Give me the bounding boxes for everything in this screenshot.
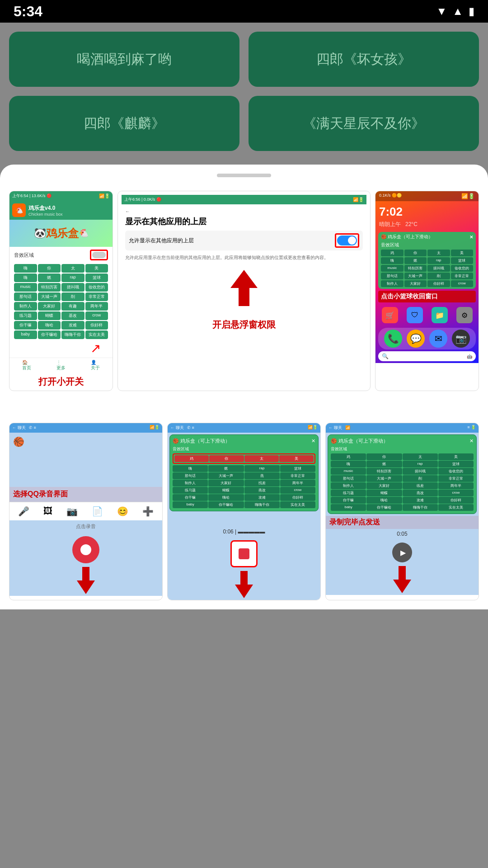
st-22[interactable]: 蝴蝶 [366,490,402,496]
st-15[interactable]: 削 [403,475,438,482]
tag-baby[interactable]: baby [14,330,37,339]
sel-tag-2[interactable]: 你 [209,455,244,462]
w-tag-15[interactable]: 削 [427,273,450,279]
mic-icon[interactable]: 🎤 [18,506,29,517]
home-searchbar[interactable]: 🔍 🤖 [378,351,476,361]
emoji-icon[interactable]: 😊 [117,506,128,517]
w-tag-7[interactable]: rap [427,257,450,264]
ot-20[interactable]: 你好样 [280,494,315,501]
st-21[interactable]: 练习题 [331,490,366,496]
w-tag-1[interactable]: 鸡 [381,250,404,256]
tag-youganna[interactable]: 你干嘛 [14,321,37,330]
ot-13[interactable]: 练习题 [173,487,208,494]
camera-icon[interactable]: 📷 [66,506,78,517]
w-tag-3[interactable]: 太 [427,250,450,256]
app-store-icon[interactable]: 🛒 [382,307,398,323]
ot-14[interactable]: 蝴蝶 [208,487,244,494]
ot-6[interactable]: 大城一声 [208,472,244,479]
tag-jihui[interactable]: 基改 [61,311,84,320]
st-20[interactable]: 两年半 [438,482,474,489]
ot-17[interactable]: 你干嘛 [173,494,208,501]
basketball-float-icon[interactable]: 🏀 [13,436,24,447]
music-btn-2[interactable]: 四郎《坏女孩》 [249,32,479,87]
tag-normal[interactable]: 非常正常 [85,292,108,301]
ot-4[interactable]: 篮球 [280,465,315,472]
chat-icon[interactable]: 💬 [407,330,425,348]
record-button[interactable] [72,536,99,563]
st-16[interactable]: 非常正常 [438,475,474,482]
tag-zaitaimei[interactable]: 实在太美 [85,330,108,339]
photo-icon[interactable]: 🖼 [43,506,52,517]
tag-ni[interactable]: 你 [38,264,61,273]
tag-ran[interactable]: 燃 [38,274,61,282]
recording-float-panel[interactable]: 🏀 鸡乐盒（可上下滑动） ✕ 音效区域 鸡 你 太 美 [169,434,319,511]
st-9[interactable]: music [331,468,366,475]
st-4[interactable]: 美 [438,453,474,460]
cam-icon[interactable]: 📷 [452,330,470,348]
tag-fun[interactable]: 有趣 [61,302,84,311]
tag-mei[interactable]: 美 [85,264,108,273]
tag-hello[interactable]: 大家好 [38,302,61,311]
tag-haiha[interactable]: 嗨哈 [38,321,61,330]
ot-7[interactable]: 燕 [244,472,280,479]
w-tag-9[interactable]: music [381,265,404,272]
ot-5[interactable]: 那句话 [173,472,208,479]
sel-tag-3[interactable]: 太 [244,455,279,462]
w-tag-10[interactable]: 特别历害 [404,265,427,272]
tag-lanqiu[interactable]: 篮球 [85,274,108,282]
toggle-switch[interactable] [92,252,106,258]
w-tag-5[interactable]: 嗨 [381,257,404,264]
w-tag-crow[interactable]: crow [451,280,474,287]
overlay-close[interactable]: ✕ [311,438,315,444]
w-tag-11[interactable]: 搓叫哦 [427,265,450,272]
st-11[interactable]: 搓叫哦 [403,468,438,475]
w-tag-12[interactable]: 妆收您的 [451,265,474,272]
files-icon[interactable]: 📁 [432,307,448,323]
tag-phrase[interactable]: 那句话 [14,292,37,301]
ot-9[interactable]: 制作人 [173,480,208,486]
w-tag-2[interactable]: 你 [404,250,427,256]
sel-tag-1[interactable]: 鸡 [174,455,209,462]
st-13[interactable]: 那句话 [331,475,366,482]
tag-special[interactable]: 特别历害 [38,283,61,292]
st-6[interactable]: 燃 [366,461,402,467]
st-30[interactable]: 嗨嗨干你 [403,504,438,511]
st-19[interactable]: 练差 [403,482,438,489]
sel-tag-4[interactable]: 美 [279,455,314,462]
ot-22[interactable]: 你干嘛哈 [208,501,244,508]
perm-toggle-on[interactable] [337,236,357,245]
st-12[interactable]: 妆收您的 [438,468,474,475]
st-31[interactable]: 实在太美 [438,504,474,511]
ot-3[interactable]: rap [244,465,280,472]
tag-xiao[interactable]: 削 [61,292,84,301]
tag-producer[interactable]: 制作人 [14,302,37,311]
tag-tai[interactable]: 太 [61,264,84,273]
tag-haihai[interactable]: 嗨嗨干你 [61,330,84,339]
tag-practice[interactable]: 练习题 [14,311,37,320]
st-8[interactable]: 篮球 [438,461,474,467]
tag-gongnan[interactable]: 攻难 [61,321,84,330]
w-tag-18[interactable]: 大家好 [404,280,427,287]
st-1[interactable]: 鸡 [331,453,366,460]
ot-21[interactable]: baby [173,501,208,508]
ot-16[interactable]: crow [280,487,315,494]
ot-24[interactable]: 实在太美 [280,501,315,508]
st-25[interactable]: 嗨哈 [366,497,402,504]
music-btn-4[interactable]: 《满天星辰不及你》 [249,96,479,151]
floating-widget[interactable]: 🏀 鸡乐盒（可上下滑动） ✕ 音效区域 鸡 你 太 美 嗨 燃 rap [378,232,476,289]
tag-rap[interactable]: rap [61,274,84,282]
tag-city[interactable]: 大城一声 [38,292,61,301]
phone-icon[interactable]: 📞 [384,330,402,348]
st-26[interactable]: 攻难 [403,497,438,504]
w-tag-13[interactable]: 那句话 [381,273,404,279]
settings-icon[interactable]: ⚙ [456,307,473,323]
tag-youhao[interactable]: 你好样 [85,321,108,330]
st-7[interactable]: rap [403,461,438,467]
ot-8[interactable]: 非常正常 [280,472,315,479]
tag-hai2[interactable]: 嗨 [14,274,37,282]
st-18[interactable]: 大家好 [366,482,402,489]
st-27[interactable]: 你好样 [438,497,474,504]
music-btn-1[interactable]: 喝酒喝到麻了哟 [9,32,239,87]
w-tag-4[interactable]: 美 [451,250,474,256]
tag-crow[interactable]: crow [85,311,108,320]
